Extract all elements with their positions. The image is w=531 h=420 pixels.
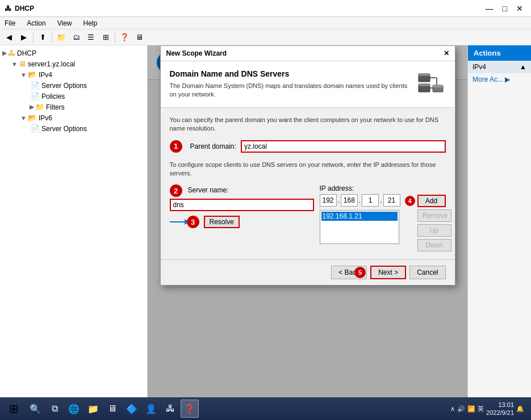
taskbar-clock[interactable]: 13:01 2022/9/21	[486, 401, 514, 417]
ip-part-4[interactable]	[383, 194, 400, 207]
parent-domain-label: Parent domain:	[190, 142, 236, 150]
menu-file[interactable]: File	[2, 18, 18, 28]
wizard-close-button[interactable]: ✕	[444, 49, 449, 57]
server-name-label: Server name:	[188, 186, 229, 194]
taskbar-explorer[interactable]: 📁	[84, 400, 102, 418]
actions-more-arrow: ▶	[505, 75, 510, 83]
remove-button[interactable]: Remove	[417, 209, 451, 222]
taskbar-volume-icon: 📶	[467, 405, 475, 413]
actions-collapse-icon[interactable]: ▲	[520, 63, 526, 71]
content-area: ℹ Add a Scope New Scope Wizard ✕ Domain …	[148, 45, 467, 397]
taskbar-notification-icon[interactable]: 🔔	[516, 405, 524, 413]
toolbar-help[interactable]: ❓	[118, 31, 131, 44]
parent-domain-input[interactable]	[241, 140, 446, 153]
main-layout: ▶ 🖧 DHCP ▼ 🖥 server1.yz.local ▼ 📂 IPv4 📄…	[0, 45, 531, 397]
ip-part-3[interactable]	[362, 194, 379, 207]
ip-list[interactable]: 192.168.1.21	[320, 210, 399, 244]
step-4-circle: 4	[405, 196, 415, 206]
start-button[interactable]: ⊞	[2, 397, 25, 420]
toolbar-back[interactable]: ◀	[2, 31, 16, 44]
server-name-input[interactable]	[170, 199, 314, 211]
wizard-dialog: New Scope Wizard ✕ Domain Name and DNS S…	[160, 45, 455, 285]
wizard-section-title: Domain Name and DNS Servers	[170, 69, 416, 78]
toolbar: ◀ ▶ ⬆ 📁 🗂 ☰ ⊞ ❓ 🖥	[0, 30, 531, 45]
taskbar-right: ∧ 🔊 📶 英 13:01 2022/9/21 🔔	[450, 401, 529, 417]
svg-rect-1	[419, 74, 430, 76]
ip-address-inputs: . . .	[320, 194, 399, 207]
menu-help[interactable]: Help	[81, 18, 100, 28]
taskbar-search[interactable]: 🔍	[26, 400, 44, 418]
step-2-circle: 2	[170, 184, 182, 197]
toolbar-show-hide[interactable]: 📁	[55, 31, 68, 44]
taskbar-server-mgr[interactable]: 🖥	[103, 400, 122, 418]
sidebar-item-policies[interactable]: 📄 Policies	[0, 91, 147, 102]
wizard-section-desc: The Domain Name System (DNS) maps and tr…	[170, 82, 416, 99]
app-title: DHCP	[15, 5, 34, 12]
taskbar-dhcp-active[interactable]: ❓	[181, 400, 199, 418]
taskbar: ⊞ 🔍 ⧉ 🌐 📁 🖥 🔷 👤 🖧 ❓ ∧ 🔊 📶 英 13:01 2022/9…	[0, 397, 531, 420]
maximize-button[interactable]: □	[499, 4, 511, 13]
down-button[interactable]: Down	[417, 239, 451, 251]
wizard-content: You can specify the parent domain you wa…	[161, 108, 455, 260]
up-button[interactable]: Up	[417, 224, 451, 237]
server-section-desc: To configure scope clients to use DNS se…	[170, 161, 446, 178]
taskbar-ie[interactable]: 🌐	[65, 400, 83, 418]
close-button[interactable]: ✕	[513, 4, 526, 13]
ip-address-label: IP address:	[320, 184, 399, 192]
sidebar-item-dhcp[interactable]: ▶ 🖧 DHCP	[0, 48, 147, 58]
ip-list-item[interactable]: 192.168.1.21	[321, 212, 398, 221]
wizard-body: Domain Name and DNS Servers The Domain N…	[161, 61, 455, 285]
taskbar-date-value: 2022/9/21	[486, 409, 514, 417]
sidebar-item-server-options-ipv4[interactable]: 📄 Server Options	[0, 80, 147, 91]
toolbar-forward[interactable]: ▶	[17, 31, 31, 44]
add-button[interactable]: Add	[417, 195, 446, 207]
step-1-circle: 1	[170, 140, 182, 153]
start-icon: ⊞	[9, 402, 19, 415]
sidebar-item-server-options-ipv6[interactable]: 📄 Server Options	[0, 123, 147, 134]
taskbar-time-value: 13:01	[486, 401, 514, 409]
ip-part-2[interactable]	[341, 194, 358, 207]
sidebar: ▶ 🖧 DHCP ▼ 🖥 server1.yz.local ▼ 📂 IPv4 📄…	[0, 45, 148, 397]
toolbar-up[interactable]: ⬆	[36, 31, 49, 44]
menu-action[interactable]: Action	[24, 18, 48, 28]
dns-icon	[416, 69, 446, 99]
toolbar-details[interactable]: ⊞	[99, 31, 112, 44]
wizard-title-bar: New Scope Wizard ✕	[161, 46, 455, 61]
sidebar-item-ipv4[interactable]: ▼ 📂 IPv4	[0, 69, 147, 80]
wizard-overlay: New Scope Wizard ✕ Domain Name and DNS S…	[148, 45, 467, 397]
taskbar-lang[interactable]: 英	[478, 405, 484, 413]
sidebar-item-filters[interactable]: ▶ 📁 Filters	[0, 102, 147, 112]
svg-rect-8	[433, 85, 443, 87]
menu-view[interactable]: View	[55, 18, 74, 28]
parent-domain-desc: You can specify the parent domain you wa…	[170, 116, 446, 133]
toolbar-list[interactable]: ☰	[84, 31, 98, 44]
taskbar-users[interactable]: 👤	[142, 400, 160, 418]
taskbar-chevron[interactable]: ∧	[450, 405, 455, 413]
app-icon: 🖧	[5, 5, 11, 12]
menu-bar: File Action View Help	[0, 17, 531, 30]
wizard-section-header: Domain Name and DNS Servers The Domain N…	[161, 61, 455, 108]
toolbar-folder[interactable]: 🗂	[69, 31, 83, 44]
wizard-footer: < Back 5 Next > Cancel	[161, 259, 455, 285]
next-button[interactable]: Next >	[370, 266, 406, 279]
actions-more-item[interactable]: More Ac... ▶	[468, 73, 531, 86]
window-controls[interactable]: — □ ✕	[482, 4, 526, 13]
wizard-title: New Scope Wizard	[166, 49, 227, 57]
actions-header: Actions	[468, 45, 531, 61]
svg-rect-3	[419, 84, 430, 86]
resolve-button[interactable]: Resolve	[204, 216, 240, 228]
ip-part-1[interactable]	[320, 194, 337, 207]
actions-panel: Actions IPv4 ▲ More Ac... ▶	[467, 45, 531, 397]
minimize-button[interactable]: —	[482, 4, 497, 13]
taskbar-powershell[interactable]: 🔷	[123, 400, 141, 418]
toolbar-monitor[interactable]: 🖥	[132, 31, 146, 44]
taskbar-task-view[interactable]: ⧉	[45, 400, 64, 418]
actions-subheader: IPv4 ▲	[468, 61, 531, 73]
title-bar: 🖧 DHCP — □ ✕	[0, 0, 531, 17]
cancel-button[interactable]: Cancel	[409, 266, 445, 279]
sidebar-item-server[interactable]: ▼ 🖥 server1.yz.local	[0, 58, 147, 69]
wizard-header-text: Domain Name and DNS Servers The Domain N…	[170, 69, 416, 99]
taskbar-network[interactable]: 🖧	[161, 400, 179, 418]
wizard-header-icon	[416, 69, 446, 99]
sidebar-item-ipv6[interactable]: ▼ 📂 IPv6	[0, 112, 147, 123]
